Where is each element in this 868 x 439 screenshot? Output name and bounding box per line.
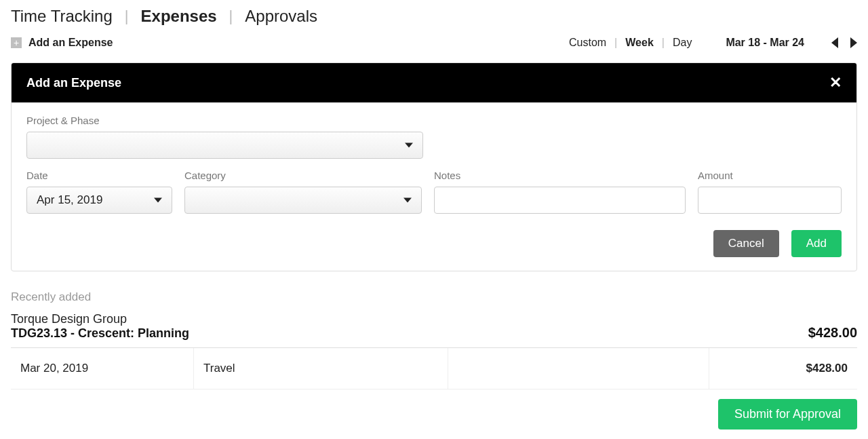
- group-total: $428.00: [808, 325, 857, 341]
- item-notes: [448, 348, 709, 389]
- amount-input[interactable]: [698, 187, 842, 214]
- view-day[interactable]: Day: [673, 37, 692, 49]
- top-nav: Time Tracking | Expenses | Approvals: [11, 7, 857, 26]
- view-switch: Custom | Week | Day: [569, 37, 692, 49]
- plus-icon: +: [11, 37, 22, 48]
- nav-separator: |: [125, 7, 129, 25]
- chevron-down-icon: [154, 198, 162, 203]
- category-col: Category: [184, 170, 422, 214]
- date-arrows: [831, 37, 857, 48]
- toolbar-row: + Add an Expense Custom | Week | Day Mar…: [11, 37, 857, 49]
- item-amount: $428.00: [709, 348, 857, 389]
- date-value: Apr 15, 2019: [37, 193, 102, 207]
- category-label: Category: [184, 170, 422, 181]
- date-range[interactable]: Mar 18 - Mar 24: [726, 37, 804, 49]
- panel-body: Project & Phase Date Apr 15, 2019 Catego…: [12, 102, 856, 271]
- button-row: Cancel Add: [26, 230, 842, 257]
- item-category: Travel: [194, 348, 448, 389]
- date-select[interactable]: Apr 15, 2019: [26, 187, 172, 214]
- tab-expenses[interactable]: Expenses: [141, 7, 217, 26]
- notes-col: Notes: [434, 170, 686, 214]
- form-row: Date Apr 15, 2019 Category Notes Amount: [26, 170, 842, 214]
- right-controls: Custom | Week | Day Mar 18 - Mar 24: [569, 37, 857, 49]
- group-left: Torque Design Group TDG23.13 - Crescent:…: [11, 312, 189, 341]
- project-phase-select[interactable]: [26, 132, 423, 159]
- expense-group-row: Torque Design Group TDG23.13 - Crescent:…: [11, 312, 857, 348]
- view-week[interactable]: Week: [625, 37, 654, 49]
- notes-label: Notes: [434, 170, 686, 181]
- next-arrow-icon[interactable]: [850, 37, 857, 48]
- panel-title: Add an Expense: [26, 76, 121, 90]
- close-icon[interactable]: ✕: [829, 75, 842, 90]
- tab-approvals[interactable]: Approvals: [245, 7, 317, 26]
- view-separator: |: [662, 37, 665, 49]
- notes-input[interactable]: [434, 187, 686, 214]
- amount-label: Amount: [698, 170, 842, 181]
- client-name: Torque Design Group: [11, 312, 189, 326]
- add-expense-panel: Add an Expense ✕ Project & Phase Date Ap…: [11, 62, 857, 271]
- expense-item-row[interactable]: Mar 20, 2019 Travel $428.00: [11, 348, 857, 389]
- add-expense-link[interactable]: + Add an Expense: [11, 37, 113, 49]
- add-button[interactable]: Add: [791, 230, 842, 257]
- prev-arrow-icon[interactable]: [831, 37, 838, 48]
- nav-separator: |: [229, 7, 233, 25]
- view-separator: |: [614, 37, 617, 49]
- chevron-down-icon: [403, 198, 412, 203]
- category-select[interactable]: [184, 187, 422, 214]
- item-date: Mar 20, 2019: [11, 348, 194, 389]
- view-custom[interactable]: Custom: [569, 37, 606, 49]
- submit-for-approval-button[interactable]: Submit for Approval: [718, 399, 857, 430]
- recently-added-header: Recently added: [11, 290, 857, 304]
- panel-header: Add an Expense ✕: [12, 63, 856, 102]
- date-col: Date Apr 15, 2019: [26, 170, 172, 214]
- amount-col: Amount: [698, 170, 842, 214]
- project-phase-label: Project & Phase: [26, 115, 842, 126]
- cancel-button[interactable]: Cancel: [713, 230, 779, 257]
- submit-row: Submit for Approval: [11, 399, 857, 430]
- add-expense-label: Add an Expense: [28, 37, 113, 49]
- project-name: TDG23.13 - Crescent: Planning: [11, 326, 189, 341]
- tab-time-tracking[interactable]: Time Tracking: [11, 7, 113, 26]
- date-label: Date: [26, 170, 172, 181]
- chevron-down-icon: [405, 143, 413, 148]
